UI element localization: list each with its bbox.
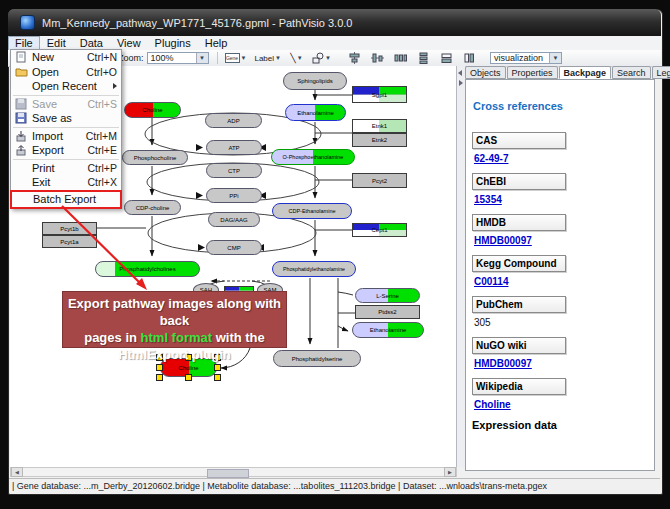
xref-link[interactable]: C00114 <box>474 276 508 287</box>
selection-handle[interactable] <box>214 364 221 371</box>
label-tool-button[interactable]: Label ▼ <box>253 50 282 66</box>
xref-section-kegg: Kegg Compound C00114 <box>472 255 648 287</box>
toolbar-separator <box>217 52 218 64</box>
callout-line3: HtmlExport plugin <box>63 346 286 363</box>
xref-name: NuGO wiki <box>472 337 566 354</box>
node-cdp-choline[interactable]: CDP-choline <box>124 200 181 215</box>
visualization-combobox[interactable]: visualization ▼ <box>490 52 562 64</box>
gene-node-ptdss2[interactable]: Ptdss2 <box>355 305 420 319</box>
status-text: | Gene database: ...m_Derby_20120602.bri… <box>12 481 547 491</box>
gene-node-etnk2[interactable]: Etnk2 <box>352 133 407 147</box>
menu-item-batch-export[interactable]: Batch Export <box>12 192 120 207</box>
node-phosphatidylserine[interactable]: Phosphatidylserine <box>273 350 361 367</box>
tab-objects[interactable]: Objects <box>465 66 506 79</box>
node-l-serine[interactable]: L-Serine <box>355 288 420 303</box>
gene-node-etnk1[interactable]: Etnk1 <box>352 119 407 133</box>
menu-item-save-as[interactable]: Save as <box>11 111 121 126</box>
node-choline-top[interactable]: Choline <box>124 102 181 118</box>
chevron-down-icon[interactable]: ▼ <box>325 55 331 61</box>
chevron-down-icon[interactable]: ▼ <box>549 53 561 63</box>
datanode-tool-button[interactable]: Gene ▼ <box>224 50 248 66</box>
node-phosphatidylethanolamine[interactable]: Phosphatidylethanolamine <box>272 261 356 277</box>
menu-view[interactable]: View <box>110 37 148 50</box>
label-tool-text: Label <box>254 54 274 63</box>
menu-item-open[interactable]: Open Ctrl+O <box>11 65 121 80</box>
title-bar[interactable]: Mm_Kennedy_pathway_WP1771_45176.gpml - P… <box>8 9 661 36</box>
node-cdp-ethanolamine[interactable]: CDP-Ethanolamine <box>272 203 352 219</box>
zoom-value: 100% <box>151 53 174 63</box>
node-o-phosphoethanolamine[interactable]: O-Phosphoethanolamine <box>271 149 355 165</box>
zoom-combobox[interactable]: 100% ▼ <box>147 52 209 64</box>
menu-item-print[interactable]: Print Ctrl+P <box>11 161 121 176</box>
chevron-down-icon[interactable]: ▼ <box>297 55 303 61</box>
import-icon <box>14 130 28 142</box>
node-atp[interactable]: ATP <box>206 140 262 155</box>
node-ethanolamine-top[interactable]: Ethanolamine <box>285 104 346 121</box>
gene-node-pcyt2[interactable]: Pcyt2 <box>352 173 407 188</box>
xref-link[interactable]: 15354 <box>474 194 502 205</box>
scrollbar-thumb[interactable] <box>207 469 249 478</box>
menu-data[interactable]: Data <box>73 37 110 50</box>
distribute-horizontal-icon <box>394 52 407 64</box>
cross-references-heading: Cross references <box>473 100 648 112</box>
menu-item-save[interactable]: Save Ctrl+S <box>11 97 121 112</box>
tab-properties[interactable]: Properties <box>507 66 558 79</box>
chevron-down-icon[interactable]: ▼ <box>275 55 281 61</box>
shape-tool-button[interactable]: ▼ <box>311 50 332 66</box>
node-ctp[interactable]: CTP <box>206 163 262 178</box>
selection-handle[interactable] <box>156 364 163 371</box>
callout-line2: pages in html format with the <box>63 329 286 346</box>
xref-section-nugo: NuGO wiki HMDB00097 <box>472 337 648 369</box>
backpage-panel: Cross references CAS 62-49-7 ChEBI 15354… <box>465 79 655 471</box>
menu-item-export[interactable]: Export Ctrl+E <box>11 143 121 158</box>
menu-item-import[interactable]: Import Ctrl+M <box>11 129 121 144</box>
line-tool-button[interactable]: ╲ ▼ <box>288 50 305 66</box>
xref-link[interactable]: HMDB00097 <box>474 358 532 369</box>
selection-handle[interactable] <box>214 374 221 381</box>
gene-node-pcyt1b[interactable]: Pcyt1b <box>42 222 97 235</box>
collapse-left-icon[interactable] <box>458 70 462 76</box>
match-width-button[interactable] <box>438 50 455 66</box>
distribute-horizontal-button[interactable] <box>392 50 409 66</box>
chevron-down-icon[interactable]: ▼ <box>241 55 247 61</box>
canvas-hscrollbar[interactable]: ◀ ▶ <box>10 467 457 477</box>
menu-plugins[interactable]: Plugins <box>148 37 198 50</box>
menu-help[interactable]: Help <box>198 37 235 50</box>
distribute-vertical-button[interactable] <box>415 50 432 66</box>
node-ppi[interactable]: PPi <box>206 188 262 203</box>
node-adp[interactable]: ADP <box>205 113 262 128</box>
node-ethanolamine-bottom[interactable]: Ethanolamine <box>352 322 424 338</box>
align-center-y-button[interactable] <box>369 50 386 66</box>
menu-item-new[interactable]: New Ctrl+N <box>11 50 121 65</box>
xref-link[interactable]: 62-49-7 <box>474 153 508 164</box>
xref-name: HMDB <box>472 214 566 231</box>
xref-link[interactable]: Choline <box>474 399 511 410</box>
selection-handle[interactable] <box>185 374 192 381</box>
node-cmp[interactable]: CMP <box>206 240 262 255</box>
tab-search[interactable]: Search <box>612 66 651 79</box>
gene-node-pcyt1a[interactable]: Pcyt1a <box>42 235 97 248</box>
tab-backpage[interactable]: Backpage <box>559 66 612 79</box>
gene-node-cept1[interactable]: Cept1 <box>352 223 407 237</box>
collapse-right-icon[interactable] <box>459 80 463 86</box>
line-tool-icon: ╲ <box>290 53 295 63</box>
node-sphingolipids[interactable]: Sphingolipids <box>283 72 347 90</box>
menu-item-open-recent[interactable]: Open Recent <box>11 79 121 94</box>
xref-value: 305 <box>474 317 648 328</box>
scroll-left-icon[interactable]: ◀ <box>11 467 23 477</box>
menu-edit[interactable]: Edit <box>40 37 73 50</box>
node-phosphatidylcholines[interactable]: Phosphatidylcholines <box>95 261 200 277</box>
chevron-down-icon[interactable]: ▼ <box>196 53 208 63</box>
gene-node-sgpl1[interactable]: Sgpl1 <box>352 86 407 103</box>
xref-section-cas: CAS 62-49-7 <box>472 132 648 164</box>
align-center-x-button[interactable] <box>346 50 363 66</box>
node-phosphocholine[interactable]: Phosphocholine <box>122 150 188 165</box>
xref-link[interactable]: HMDB00097 <box>474 235 532 246</box>
panel-splitter[interactable] <box>457 66 465 467</box>
menu-item-exit[interactable]: Exit Ctrl+X <box>11 175 121 190</box>
node-dag-aag[interactable]: DAG/AAG <box>208 212 260 227</box>
match-height-button[interactable] <box>461 50 478 66</box>
tab-legend[interactable]: Legend <box>652 66 670 79</box>
selection-handle[interactable] <box>156 374 163 381</box>
scroll-right-icon[interactable]: ▶ <box>444 467 456 477</box>
